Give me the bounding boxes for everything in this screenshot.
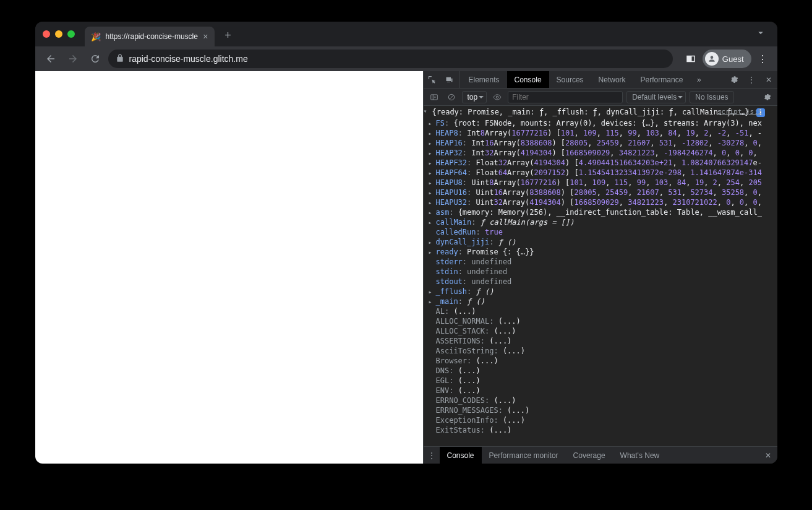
devtools-tab-performance[interactable]: Performance bbox=[633, 71, 691, 88]
object-property: ERRNO_CODES: (...) bbox=[424, 395, 777, 405]
browser-toolbar: rapid-concise-muscle.glitch.me Guest ⋮ bbox=[35, 46, 777, 71]
svg-point-2 bbox=[496, 96, 498, 98]
object-property[interactable]: HEAPU32: Uint32Array(4194304) [166850902… bbox=[424, 197, 777, 207]
object-property[interactable]: HEAPF64: Float64Array(2097152) [1.154541… bbox=[424, 168, 777, 178]
inspect-element-button[interactable] bbox=[424, 71, 441, 88]
object-property[interactable]: _fflush: ƒ () bbox=[424, 287, 777, 296]
new-tab-button[interactable]: + bbox=[220, 27, 237, 44]
object-property[interactable]: FS: {root: FSNode, mounts: Array(0), dev… bbox=[424, 118, 777, 128]
favicon-icon: 🎉 bbox=[91, 32, 101, 41]
device-toolbar-button[interactable] bbox=[441, 71, 458, 88]
tab-title: https://rapid-concise-muscle.g bbox=[106, 32, 199, 41]
close-drawer-button[interactable]: ✕ bbox=[759, 451, 777, 460]
side-panel-button[interactable] bbox=[682, 50, 700, 68]
page-viewport[interactable] bbox=[35, 71, 423, 464]
tab-strip: 🎉 https://rapid-concise-muscle.g × + bbox=[35, 22, 777, 46]
tab-list-button[interactable] bbox=[755, 27, 772, 41]
console-filter-input[interactable] bbox=[508, 91, 623, 103]
svg-rect-0 bbox=[430, 94, 437, 99]
drawer-menu-button[interactable]: ⋮ bbox=[424, 451, 440, 460]
object-property[interactable]: HEAP32: Int32Array(4194304) [1668509029,… bbox=[424, 148, 777, 158]
profile-button[interactable]: Guest bbox=[703, 50, 751, 68]
object-property: stderr: undefined bbox=[424, 257, 777, 267]
maximize-window-button[interactable] bbox=[67, 30, 75, 38]
console-toolbar: top Default levels No Issues bbox=[424, 89, 777, 106]
drawer-tab-console[interactable]: Console bbox=[440, 447, 482, 464]
drawer-tab-performance-monitor[interactable]: Performance monitor bbox=[482, 447, 566, 464]
browser-tab[interactable]: 🎉 https://rapid-concise-muscle.g × bbox=[85, 27, 215, 46]
close-window-button[interactable] bbox=[43, 30, 50, 38]
object-property[interactable]: HEAPU8: Uint8Array(16777216) [101, 109, … bbox=[424, 178, 777, 188]
address-bar[interactable]: rapid-concise-muscle.glitch.me bbox=[108, 50, 673, 68]
object-property: stdin: undefined bbox=[424, 267, 777, 277]
devtools-menu-button[interactable]: ⋮ bbox=[743, 76, 760, 84]
devtools-tab-console[interactable]: Console bbox=[507, 71, 549, 88]
drawer-tab-what-s-new[interactable]: What's New bbox=[613, 447, 667, 464]
object-property: ExceptionInfo: (...) bbox=[424, 415, 777, 425]
source-link[interactable]: script.js:5 bbox=[717, 107, 763, 117]
devtools-tab-bar: ElementsConsoleSourcesNetworkPerformance… bbox=[424, 71, 777, 89]
lock-icon bbox=[116, 54, 124, 64]
object-property: ALLOC_NORMAL: (...) bbox=[424, 316, 777, 326]
drawer-tab-coverage[interactable]: Coverage bbox=[566, 447, 613, 464]
object-property: AsciiToString: (...) bbox=[424, 346, 777, 356]
object-property[interactable]: callMain: ƒ callMain(args = []) bbox=[424, 217, 777, 227]
clear-console-button[interactable] bbox=[445, 90, 458, 104]
object-property[interactable]: HEAPU16: Uint16Array(8388608) [28005, 25… bbox=[424, 188, 777, 197]
object-property: EGL: (...) bbox=[424, 376, 777, 386]
object-property[interactable]: HEAP16: Int16Array(8388608) [28005, 2545… bbox=[424, 138, 777, 148]
object-property[interactable]: _main: ƒ () bbox=[424, 296, 777, 306]
back-button[interactable] bbox=[41, 50, 60, 68]
toggle-sidebar-button[interactable] bbox=[427, 90, 441, 104]
window-controls bbox=[40, 30, 80, 38]
object-property[interactable]: HEAP8: Int8Array(16777216) [101, 109, 11… bbox=[424, 128, 777, 138]
more-tabs-button[interactable]: » bbox=[690, 71, 707, 88]
browser-window: 🎉 https://rapid-concise-muscle.g × + rap… bbox=[35, 22, 777, 464]
object-property[interactable]: HEAPF32: Float32Array(4194304) [4.490441… bbox=[424, 158, 777, 168]
menu-button[interactable]: ⋮ bbox=[754, 53, 771, 65]
reload-button[interactable] bbox=[86, 50, 105, 68]
devtools-panel: ElementsConsoleSourcesNetworkPerformance… bbox=[423, 71, 777, 464]
content-area: ElementsConsoleSourcesNetworkPerformance… bbox=[35, 71, 777, 464]
avatar-icon bbox=[705, 52, 719, 66]
object-property: ASSERTIONS: (...) bbox=[424, 336, 777, 346]
close-devtools-button[interactable]: ✕ bbox=[760, 76, 777, 84]
object-property: ExitStatus: (...) bbox=[424, 425, 777, 435]
object-property: ENV: (...) bbox=[424, 386, 777, 395]
devtools-tab-elements[interactable]: Elements bbox=[461, 71, 507, 88]
object-summary: {ready: Promise, _main: ƒ, _fflush: ƒ, d… bbox=[432, 108, 750, 116]
devtools-tab-network[interactable]: Network bbox=[591, 71, 633, 88]
close-tab-button[interactable]: × bbox=[203, 32, 208, 41]
object-property: ALLOC_STACK: (...) bbox=[424, 326, 777, 336]
console-output[interactable]: script.js:5 {ready: Promise, _main: ƒ, _… bbox=[424, 106, 777, 446]
object-property: ERRNO_MESSAGES: (...) bbox=[424, 405, 777, 415]
log-levels-selector[interactable]: Default levels bbox=[626, 91, 686, 103]
object-property[interactable]: dynCall_jiji: ƒ () bbox=[424, 237, 777, 247]
object-property: stdout: undefined bbox=[424, 277, 777, 287]
object-property: DNS: (...) bbox=[424, 366, 777, 376]
console-settings-button[interactable] bbox=[760, 90, 774, 104]
object-property[interactable]: asm: {memory: Memory(256), __indirect_fu… bbox=[424, 207, 777, 217]
object-property: Browser: (...) bbox=[424, 356, 777, 366]
profile-label: Guest bbox=[722, 54, 744, 64]
forward-button[interactable] bbox=[64, 50, 82, 68]
execution-context-selector[interactable]: top bbox=[462, 91, 487, 103]
minimize-window-button[interactable] bbox=[55, 30, 62, 38]
devtools-tab-sources[interactable]: Sources bbox=[549, 71, 591, 88]
devtools-drawer: ⋮ ConsolePerformance monitorCoverageWhat… bbox=[424, 446, 777, 464]
url-text: rapid-concise-muscle.glitch.me bbox=[129, 54, 248, 64]
object-property: AL: (...) bbox=[424, 306, 777, 316]
object-property[interactable]: ready: Promise {: {…}} bbox=[424, 247, 777, 257]
settings-button[interactable] bbox=[725, 75, 743, 84]
object-property: calledRun: true bbox=[424, 227, 777, 237]
issues-button[interactable]: No Issues bbox=[690, 91, 733, 103]
live-expression-button[interactable] bbox=[490, 90, 504, 104]
